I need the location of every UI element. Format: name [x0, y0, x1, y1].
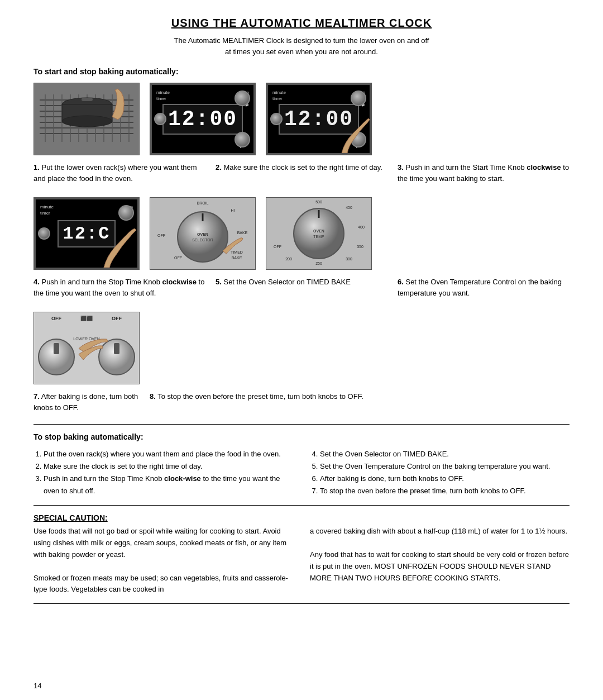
page-title: USING THE AUTOMATIC MEALTIMER CLOCK: [34, 17, 570, 30]
caution-left-text1: Use foods that will not go bad or spoil …: [34, 527, 286, 559]
svg-text:200: 200: [285, 257, 292, 261]
step4-desc: Push in and turn the Stop Time Knob: [41, 278, 162, 286]
clock-knob-top2: [351, 91, 366, 106]
caution-col-right: a covered baking dish with about a half-…: [310, 526, 570, 596]
step8-num: 8.: [150, 392, 156, 401]
stop-step7: To stop the oven before the preset time,…: [320, 485, 570, 497]
stop-baking-lists: Put the oven rack(s) where you want them…: [34, 448, 570, 497]
stop-step5-text: Set the Oven Temperature Control on the …: [320, 462, 550, 470]
caution-heading: SPECIAL CAUTION:: [34, 513, 570, 522]
step4-text-col: 4. Push in and turn the Stop Time Knob c…: [34, 277, 205, 302]
step3-text-col: 3. Push in and turn the Start Time Knob …: [398, 162, 570, 187]
step5-text: 5. Set the Oven Selector on TIMED BAKE: [216, 277, 387, 288]
clock-knob-left: [154, 113, 166, 125]
divider-2: [34, 505, 570, 506]
step7-text: 7. After baking is done, turn both knobs…: [34, 391, 140, 413]
step1-text-col: 1. Put the lower oven rack(s) where you …: [34, 162, 205, 187]
divider-bottom: [34, 603, 570, 604]
step1-desc: Put the lower oven rack(s) where you wan…: [34, 163, 197, 183]
step1-image: [34, 83, 140, 155]
step6-text-col: 6. Set the Oven Temperature Control on t…: [398, 277, 570, 302]
svg-text:OFF: OFF: [174, 256, 182, 260]
caution-heading-text: SPECIAL CAUTION:: [34, 513, 108, 522]
stop-step1-text: Put the oven rack(s) where you want them…: [44, 450, 281, 458]
image-row-2: minutetimer stoptime 12:C BROIL HI BAKE …: [34, 197, 570, 270]
step2-image: minutetimer stoptime▶ 12:00 starttime▶: [150, 83, 256, 155]
step5-desc: Set the Oven Selector on TIMED BAKE: [223, 278, 350, 286]
stop-step7-text: To stop the oven before the preset time,…: [320, 487, 526, 495]
svg-text:450: 450: [346, 206, 352, 209]
section2-heading-text: To stop baking automatically:: [34, 432, 143, 441]
stop-list-left-ol: Put the oven rack(s) where you want them…: [34, 448, 293, 497]
step7-desc: After baking is done, turn both knobs to…: [34, 392, 138, 412]
step-row-78: 7. After baking is done, turn both knobs…: [34, 391, 570, 416]
caution-right-p2: Any food that has to wait for cooking to…: [310, 549, 570, 584]
caution-left-p1: Use foods that will not go bad or spoil …: [34, 526, 293, 560]
divider-1: [34, 424, 570, 425]
svg-text:HI: HI: [231, 208, 235, 212]
stop-step6-text: After baking is done, turn both knobs to…: [320, 474, 464, 483]
svg-text:OVEN: OVEN: [313, 229, 324, 233]
step5-image: BROIL HI BAKE TIMED BAKE OFF OFF OVEN SE…: [150, 197, 256, 270]
image-row-3: OFF ⬛⬛ OFF LOWER OVEN: [34, 312, 570, 384]
clock-knob-top3: [118, 205, 134, 221]
page-number: 14: [34, 682, 41, 690]
step-row-123: 1. Put the lower oven rack(s) where you …: [34, 162, 570, 187]
step1-num: 1.: [34, 163, 40, 172]
svg-text:OFF: OFF: [157, 234, 165, 237]
svg-rect-22: [82, 98, 93, 101]
caution-body: Use foods that will not go bad or spoil …: [34, 526, 570, 596]
page-num-text: 14: [34, 682, 41, 690]
image-row-1: minutetimer stoptime▶ 12:00 starttime▶ m…: [34, 83, 570, 155]
step4-image: minutetimer stoptime 12:C: [34, 197, 140, 270]
clock-minute-label3: minutetimer: [40, 204, 54, 216]
stop-step4-text: Set the Oven Selector on TIMED BAKE.: [320, 450, 449, 458]
svg-text:BAKE: BAKE: [237, 231, 248, 235]
svg-text:TEMP: TEMP: [313, 235, 324, 239]
step8-desc: To stop the oven before the preset time,…: [157, 392, 363, 401]
clock-knob-top: [234, 91, 250, 106]
step6-num: 6.: [398, 278, 404, 286]
step8-text: 8. To stop the oven before the preset ti…: [150, 391, 570, 402]
svg-text:OVEN: OVEN: [197, 232, 208, 236]
svg-rect-54: [54, 343, 59, 354]
stop-step4: Set the Oven Selector on TIMED BAKE.: [320, 448, 570, 460]
step8-text-col: 8. To stop the oven before the preset ti…: [150, 391, 570, 416]
intro-paragraph: The Automatic MEALTIMER Clock is designe…: [34, 35, 570, 57]
section1-heading-text: To start and stop baking automatically:: [34, 67, 179, 76]
stop-step6: After baking is done, turn both knobs to…: [320, 473, 570, 485]
step2-text-col: 2. Make sure the clock is set to the rig…: [216, 162, 387, 187]
caution-left-p2: Smoked or frozen meats may be used; so c…: [34, 573, 293, 596]
step7-image: OFF ⬛⬛ OFF LOWER OVEN: [34, 312, 140, 384]
stop-baking-list-left: Put the oven rack(s) where you want them…: [34, 448, 293, 497]
special-caution-section: SPECIAL CAUTION: Use foods that will not…: [34, 513, 570, 596]
step7-text-col: 7. After baking is done, turn both knobs…: [34, 391, 140, 416]
caution-right-text1: a covered baking dish with about a half-…: [310, 527, 567, 535]
stop-step5: Set the Oven Temperature Control on the …: [320, 460, 570, 473]
svg-text:300: 300: [346, 257, 352, 261]
intro-line2: at times you set even when you are not a…: [225, 47, 378, 56]
svg-rect-56: [114, 343, 119, 354]
svg-text:BAKE: BAKE: [232, 256, 242, 260]
clock-minute-label: minutetimer: [156, 89, 170, 102]
step3-bold: clockwise: [527, 163, 561, 172]
intro-line1: The Automatic MEALTIMER Clock is designe…: [174, 36, 429, 45]
svg-text:SELECTOR: SELECTOR: [192, 238, 213, 242]
clock-digits-display: 12:00: [162, 104, 243, 135]
step-row-456: 4. Push in and turn the Stop Time Knob c…: [34, 277, 570, 302]
clock-knob-left3: [38, 227, 50, 240]
step6-text: 6. Set the Oven Temperature Control on t…: [398, 277, 570, 298]
step4-text: 4. Push in and turn the Stop Time Knob c…: [34, 277, 205, 298]
step5-text-col: 5. Set the Oven Selector on TIMED BAKE: [216, 277, 387, 302]
stop-step1: Put the oven rack(s) where you want them…: [44, 448, 293, 460]
clock-knob-left2: [270, 113, 283, 125]
svg-text:OFF: OFF: [112, 316, 122, 321]
step4-num: 4.: [34, 278, 40, 286]
step3-num: 3.: [398, 163, 404, 172]
caution-right-text2: Any food that has to wait for cooking to…: [310, 550, 569, 582]
svg-text:350: 350: [357, 245, 363, 249]
step7-num: 7.: [34, 392, 40, 401]
stop-baking-list-right: Set the Oven Selector on TIMED BAKE. Set…: [310, 448, 570, 497]
section1-heading: To start and stop baking automatically:: [34, 67, 570, 76]
clock-knob-bottom: [234, 132, 250, 147]
